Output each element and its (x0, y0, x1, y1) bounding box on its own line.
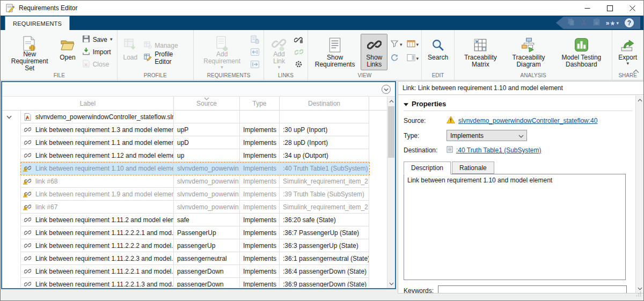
row-source: passengerneutral (174, 252, 240, 265)
filter-button[interactable]: ▾ (390, 40, 402, 50)
table-row[interactable]: Link between requirement 1.1 and model e… (2, 136, 395, 149)
demote-requirement-button (249, 59, 261, 69)
row-type: Implements (240, 226, 280, 239)
title-bar: Requirements Editor (1, 1, 643, 16)
details-scroll-up-button[interactable] (636, 96, 643, 104)
show-links-button[interactable]: Show Links (361, 34, 387, 70)
panel-layout-dropdown-arrow[interactable]: ▾ (416, 56, 419, 61)
import-button[interactable]: Import (80, 47, 114, 57)
scroll-thumb[interactable] (388, 106, 394, 158)
tree-expand-chevron[interactable] (6, 115, 12, 119)
columns-dropdown-arrow[interactable]: ▾ (416, 42, 419, 47)
open-button[interactable]: Open (56, 34, 78, 70)
save-dropdown-arrow[interactable]: ▾ (110, 37, 113, 42)
link-warning-icon (23, 204, 27, 212)
scissors-icon (581, 18, 587, 28)
row-label: Link between requirement 1.11.2 and mode… (35, 216, 174, 224)
row-destination: :36:7 PassengerUp (State) (280, 226, 369, 239)
table-row[interactable]: Link between requirement 1.3 and model e… (2, 123, 395, 136)
help-button[interactable]: ? (625, 18, 634, 27)
row-source: upP (174, 123, 240, 136)
link-icon (24, 242, 32, 249)
maximize-button[interactable] (598, 1, 621, 16)
table-root-row[interactable]: slvnvdemo_powerwindowController_stateflo… (2, 111, 395, 123)
filter-icon (390, 40, 399, 50)
resize-grip[interactable] (636, 289, 641, 299)
description-textarea[interactable]: Link between requirement 1.10 and model … (404, 174, 626, 280)
table-row[interactable]: Link between requirement 1.11.2 and mode… (2, 214, 395, 226)
table-row[interactable]: Link between requirement 1.11.2.2.3 and … (2, 252, 395, 265)
filter-dropdown-arrow[interactable]: ▾ (400, 42, 402, 47)
link-icon (24, 255, 32, 262)
table-row[interactable]: Link between requirement 1.9 and model e… (2, 188, 395, 201)
table-row[interactable]: Link between requirement 1.11.2.2.1 and … (2, 265, 395, 278)
row-destination: :36:4 passengerDown (State) (280, 265, 369, 278)
section-label-edit: EDIT (425, 72, 451, 80)
collapse-toolstrip-button[interactable] (633, 66, 639, 76)
panel-layout-button[interactable]: ▾ (407, 54, 419, 64)
row-label: Link between requirement 1.12 and model … (35, 152, 174, 159)
traceability-diagram-button[interactable]: Traceability Diagram (506, 34, 552, 70)
columns-button[interactable]: ▾ (407, 40, 419, 50)
link-settings-button[interactable] (293, 59, 305, 69)
minimize-button[interactable] (576, 1, 598, 16)
search-button[interactable]: Search (425, 34, 451, 70)
section-label-links: LINKS (267, 72, 304, 80)
add-requirement-dropdown-arrow: ▾ (221, 65, 223, 70)
table-row[interactable]: Link between requirement 1.10 and model … (2, 162, 395, 175)
scroll-up-button[interactable] (387, 97, 395, 105)
table-row[interactable]: link #67 slvnvdemo_powerwin... Implement… (2, 201, 395, 214)
row-type: Implements (240, 214, 280, 226)
chevrons-icon: » (606, 20, 610, 26)
table-row[interactable]: Link between requirement 1.11.2.2.1.3 an… (2, 278, 395, 287)
table-row[interactable]: Link between requirement 1.11.2.2.2 and … (2, 239, 395, 252)
show-requirements-button[interactable]: Show Requirements (311, 34, 360, 70)
refresh-button[interactable] (390, 53, 402, 64)
close-button[interactable] (621, 1, 643, 16)
properties-section-header[interactable]: Properties (404, 100, 632, 111)
panel-menu-button[interactable] (382, 85, 391, 94)
tab-description[interactable]: Description (404, 161, 451, 174)
star-icon (610, 18, 615, 28)
destination-link[interactable]: :40 Truth Table1 (SubSystem) (447, 146, 541, 155)
export-icon (620, 36, 635, 54)
model-testing-dashboard-button[interactable]: Model Testing Dashboard (553, 34, 609, 70)
link-icon (24, 229, 32, 237)
export-button[interactable]: Export▾ (615, 34, 640, 70)
keywords-label: Keywords: (404, 287, 434, 293)
keywords-input[interactable] (438, 285, 627, 293)
scroll-down-button[interactable] (387, 280, 395, 288)
save-button[interactable]: Save ▾ (80, 34, 114, 45)
column-header-label[interactable]: Label (2, 97, 174, 110)
profile-editor-button[interactable]: Profile Editor (142, 53, 191, 63)
source-link[interactable]: slvnvdemo_powerwindowController_stateflo… (447, 116, 597, 125)
link-icon (24, 268, 32, 275)
new-requirement-set-button[interactable]: NewRequirement Set (4, 34, 55, 70)
column-header-destination[interactable]: Destination (280, 97, 369, 110)
tab-rationale[interactable]: Rationale (452, 161, 494, 174)
section-label-requirements: REQUIREMENTS (196, 72, 261, 80)
source-label: Source: (404, 117, 447, 124)
tab-requirements[interactable]: REQUIREMENTS (5, 16, 70, 30)
column-header-type[interactable]: Type (240, 97, 280, 110)
model-testing-dashboard-icon (574, 36, 589, 54)
delete-link-button[interactable] (293, 34, 305, 45)
customize-toolbar-button[interactable]: » ▾ (606, 18, 619, 28)
clipboard-icon (593, 18, 600, 28)
row-destination: :40 Truth Table1 (SubSystem) (280, 162, 369, 175)
traceability-matrix-button[interactable]: Traceability Matrix (457, 34, 504, 70)
row-label: Link between requirement 1.11.2.2.3 and … (35, 255, 174, 262)
table-row[interactable]: link #68 slvnvdemo_powerwin... Implement… (2, 175, 395, 188)
link-icon (24, 126, 32, 134)
collapse-section-icon (404, 100, 408, 108)
details-header: Link: Link between requirement 1.10 and … (398, 82, 643, 95)
row-source: passengerDown (174, 278, 240, 287)
show-requirements-icon (328, 36, 341, 54)
column-header-source[interactable]: Source (174, 97, 240, 110)
section-file: NewRequirement Set Open Save ▾ Import (2, 30, 118, 80)
type-dropdown[interactable]: Implements (447, 130, 527, 141)
table-row[interactable]: Link between requirement 1.11.2.2.2.1 an… (2, 226, 395, 239)
export-dropdown-arrow[interactable]: ▾ (626, 61, 629, 66)
table-row[interactable]: Link between requirement 1.12 and model … (2, 149, 395, 162)
panel-layout-icon (407, 54, 415, 64)
